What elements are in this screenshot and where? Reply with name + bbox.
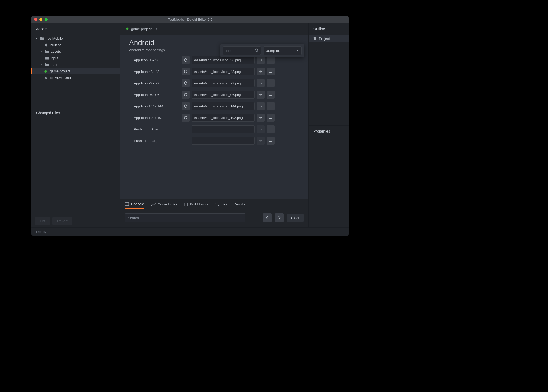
browse-button[interactable]: … (267, 137, 275, 145)
goto-button[interactable] (257, 79, 265, 87)
prop-label: Push Icon Large (134, 139, 180, 143)
window-title: TestMobile - Defold Editor 2.0 (31, 18, 349, 21)
clear-button[interactable]: Clear (287, 214, 304, 222)
svg-rect-0 (125, 203, 129, 206)
folder-icon (45, 57, 49, 60)
props-list: App Icon 36x 36…App Icon 48x 48…App Icon… (129, 56, 303, 145)
clover-icon (125, 27, 129, 31)
dock-tab-console[interactable]: Console (125, 202, 144, 209)
tree-item-readme[interactable]: README.md (31, 74, 120, 81)
curve-icon (151, 203, 156, 206)
goto-button[interactable] (257, 91, 265, 99)
diff-button[interactable]: Diff (35, 217, 50, 225)
caret-right-icon (40, 57, 42, 59)
properties-panel: Properties (309, 125, 349, 228)
bottom-dock: Console Curve Editor Build Errors (120, 199, 308, 227)
browse-button[interactable]: … (267, 68, 275, 75)
console-search-input[interactable] (125, 213, 245, 222)
tree-item-assets[interactable]: assets (31, 48, 120, 55)
goto-button[interactable] (257, 125, 265, 133)
clover-icon (44, 69, 48, 73)
folder-icon (45, 63, 49, 66)
prop-label: App Icon 192x 192 (134, 116, 180, 120)
reset-button[interactable] (182, 68, 190, 75)
path-input[interactable] (192, 79, 255, 87)
console-toolbar: Clear (120, 210, 308, 227)
dock-tab-search-results[interactable]: Search Results (215, 202, 245, 209)
jump-to-select[interactable]: Jump to… (264, 46, 302, 55)
prev-button[interactable] (263, 213, 272, 222)
caret-right-icon (40, 44, 42, 46)
tree-item-testmobile[interactable]: TestMobile (31, 35, 120, 42)
goto-button[interactable] (257, 137, 265, 145)
browse-button[interactable]: … (267, 114, 275, 122)
changed-actions: Diff Revert (31, 215, 120, 227)
goto-button[interactable] (257, 68, 265, 75)
revert-button[interactable]: Revert (52, 217, 72, 225)
path-input[interactable] (192, 68, 255, 75)
prop-row: App Icon 96x 96… (134, 91, 303, 99)
browse-button[interactable]: … (267, 102, 275, 110)
prop-row: App Icon 48x 48… (134, 68, 303, 75)
reset-button[interactable] (182, 56, 190, 64)
puzzle-icon (45, 43, 48, 47)
properties-title: Properties (309, 126, 349, 137)
prop-label: App Icon 96x 96 (134, 93, 180, 97)
caret-right-icon (40, 50, 42, 53)
editor-tabs: game.project × (120, 23, 308, 35)
dock-tabs: Console Curve Editor Build Errors (120, 199, 308, 210)
goto-button[interactable] (257, 114, 265, 122)
browse-button[interactable]: … (267, 125, 275, 133)
changed-files-panel: Changed Files (31, 107, 120, 215)
path-input[interactable] (192, 114, 255, 122)
outline-item-label: Project (319, 37, 330, 41)
tab-label: game.project (131, 27, 152, 31)
tree-item-builtins[interactable]: builtins (31, 42, 120, 48)
caret-right-icon (40, 63, 42, 66)
folder-icon (40, 37, 44, 40)
tree-item-game-project[interactable]: game.project (31, 68, 120, 74)
console-icon (125, 202, 129, 206)
reset-button[interactable] (182, 91, 190, 99)
outline-item-project[interactable]: Project (309, 35, 349, 42)
prop-label: Push Icon Small (134, 127, 180, 131)
path-input[interactable] (192, 102, 255, 110)
editor-toolbar: Jump to… (220, 44, 304, 57)
prop-row: Push Icon Large… (134, 137, 303, 145)
chevron-down-icon (296, 49, 299, 52)
reset-button[interactable] (182, 79, 190, 87)
prop-row: App Icon 72x 72… (134, 79, 303, 87)
path-input[interactable] (192, 137, 255, 145)
dock-tab-curve-editor[interactable]: Curve Editor (151, 202, 178, 209)
changed-title: Changed Files (31, 107, 120, 118)
goto-button[interactable] (257, 102, 265, 110)
assets-panel: Assets TestMobile (31, 23, 120, 107)
svg-point-2 (155, 203, 156, 204)
dock-tab-build-errors[interactable]: Build Errors (184, 202, 209, 209)
tree-item-main[interactable]: main (31, 61, 120, 68)
titlebar: TestMobile - Defold Editor 2.0 (31, 16, 349, 23)
path-input[interactable] (192, 91, 255, 99)
tab-game-project[interactable]: game.project × (124, 24, 158, 34)
outline-panel: Outline Project (309, 23, 349, 125)
file-icon (44, 76, 48, 80)
search-icon (255, 48, 259, 52)
prop-row: App Icon 144x 144… (134, 102, 303, 110)
path-input[interactable] (192, 125, 255, 133)
defold-editor-window: TestMobile - Defold Editor 2.0 Assets Te… (31, 16, 349, 236)
caret-down-icon (35, 37, 38, 40)
prop-row: Push Icon Small… (134, 125, 303, 133)
prop-label: App Icon 72x 72 (134, 81, 180, 85)
reset-button[interactable] (182, 102, 190, 110)
browse-button[interactable]: … (267, 91, 275, 99)
assets-tree: TestMobile builtins (31, 34, 120, 82)
close-tab-icon[interactable]: × (155, 27, 157, 31)
prop-label: App Icon 36x 36 (134, 58, 180, 62)
browse-button[interactable]: … (267, 79, 275, 87)
properties-editor: Android Android related settings Jump to… (120, 35, 308, 199)
prop-label: App Icon 144x 144 (134, 104, 180, 108)
tree-item-input[interactable]: input (31, 55, 120, 61)
next-button[interactable] (275, 213, 284, 222)
prop-row: App Icon 192x 192… (134, 114, 303, 122)
reset-button[interactable] (182, 114, 190, 122)
